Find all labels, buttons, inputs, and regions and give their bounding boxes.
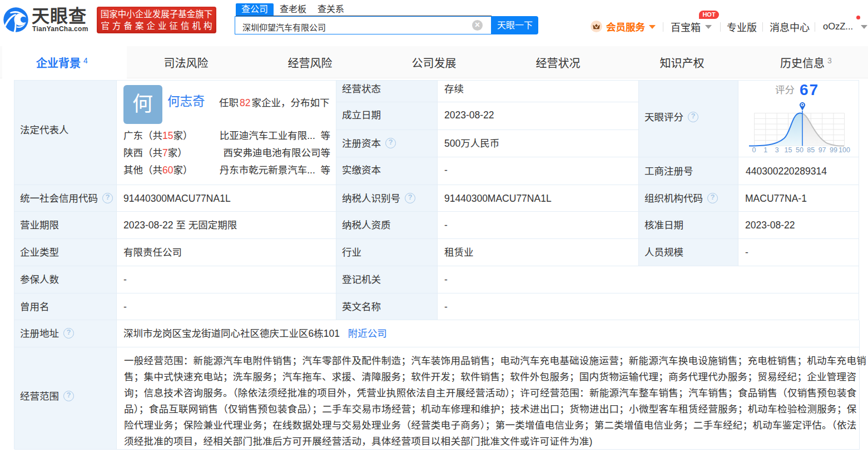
- svg-text:100: 100: [839, 146, 850, 154]
- svg-text:99: 99: [830, 146, 837, 154]
- svg-text:3: 3: [775, 146, 779, 154]
- svg-text:97: 97: [819, 146, 826, 154]
- svg-text:0: 0: [752, 146, 756, 154]
- svg-text:15: 15: [785, 146, 792, 154]
- svg-text:85: 85: [807, 146, 815, 154]
- svg-text:50: 50: [796, 146, 803, 154]
- svg-text:1: 1: [763, 146, 767, 154]
